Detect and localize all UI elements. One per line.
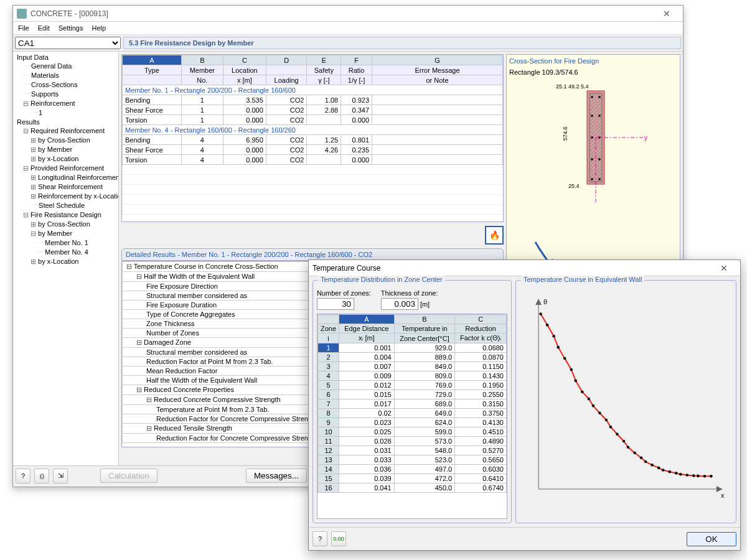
col-E[interactable]: E (307, 55, 341, 65)
table-row[interactable]: Bending46.950CO21.250.801 (123, 135, 503, 145)
tree-results[interactable]: Results (14, 118, 117, 126)
tree-prov-long[interactable]: Longitudinal Reinforcement (14, 173, 117, 182)
svg-point-36 (609, 426, 613, 429)
tree-required[interactable]: Required Reinforcement (14, 126, 117, 136)
export-button[interactable]: ⎙ (34, 469, 49, 483)
svg-point-26 (552, 335, 555, 338)
zone-row[interactable]: 110.028573.00.4890 (318, 437, 507, 446)
tree-general-data[interactable]: General Data (14, 62, 117, 71)
menu-file[interactable]: File (18, 24, 29, 32)
svg-text:25.4: 25.4 (568, 183, 580, 189)
zone-row[interactable]: 130.033523.00.5650 (318, 455, 507, 465)
svg-text:y: y (644, 134, 647, 141)
tree-materials[interactable]: Materials (14, 71, 117, 80)
app-icon (17, 9, 27, 19)
tree-fire-x[interactable]: by x-Location (14, 257, 117, 266)
svg-point-4 (598, 96, 601, 98)
section-select[interactable]: CA1 (15, 37, 121, 49)
tree-fire-mem1[interactable]: Member No. 1 (14, 238, 117, 248)
dialog-help-button[interactable]: ? (312, 531, 327, 546)
menu-edit[interactable]: Edit (38, 24, 50, 32)
help-icon: ? (318, 535, 322, 543)
zones-table[interactable]: A B C ZoneEdge DistanceTemperature inRed… (317, 314, 507, 493)
fire-diagram-button[interactable]: 🔥 (485, 226, 504, 245)
cs-subtitle: Rectangle 109.3/574.6 (509, 68, 677, 76)
col-G[interactable]: G (372, 55, 503, 65)
svg-point-44 (657, 467, 660, 470)
table-row[interactable]: Bending13.535CO21.080.923 (123, 95, 503, 105)
import-button[interactable]: ⇲ (53, 469, 68, 483)
tree-input-data[interactable]: Input Data (14, 53, 117, 62)
tree-steel-sched[interactable]: Steel Schedule (14, 201, 117, 210)
dialog-close-icon[interactable]: ✕ (712, 263, 736, 273)
results-table[interactable]: A B C D E F G TypeMemberLocationSafetyRa… (122, 55, 503, 215)
svg-point-24 (539, 312, 542, 315)
help-button[interactable]: ? (16, 469, 31, 483)
zone-row[interactable]: 160.041450.00.6740 (318, 483, 507, 493)
zone-row[interactable]: 70.017689.00.3150 (318, 399, 507, 409)
table-row[interactable]: Shear Force40.000CO24.260.235 (123, 145, 503, 155)
zone-thick-input[interactable] (381, 298, 418, 310)
zone-row[interactable]: 60.015729.00.2550 (318, 390, 507, 399)
tree-reinforcement[interactable]: Reinforcement (14, 99, 117, 108)
messages-button[interactable]: Messages... (246, 469, 307, 483)
zone-row[interactable]: 40.009809.00.1430 (318, 371, 507, 381)
col-B[interactable]: B (181, 55, 223, 65)
tree-fire-mem[interactable]: by Member (14, 229, 117, 238)
num-zones-input[interactable] (317, 298, 354, 310)
col-F[interactable]: F (341, 55, 372, 65)
svg-point-50 (692, 474, 695, 477)
svg-point-32 (588, 398, 591, 401)
zone-row[interactable]: 120.031548.00.5270 (318, 446, 507, 455)
svg-text:x: x (721, 492, 725, 499)
tree-req-cs[interactable]: by Cross-Section (14, 136, 117, 145)
col-D[interactable]: D (266, 55, 307, 65)
svg-point-7 (591, 136, 593, 139)
export-icon: ⎙ (40, 472, 44, 480)
svg-point-39 (627, 446, 630, 449)
tree-reinf-1[interactable]: 1 (14, 108, 117, 118)
tree-req-x[interactable]: by x-Location (14, 154, 117, 164)
tree-supports[interactable]: Supports (14, 90, 117, 99)
menu-settings[interactable]: Settings (59, 24, 83, 32)
zone-row[interactable]: 140.036497.00.6030 (318, 465, 507, 474)
svg-point-42 (644, 460, 647, 464)
tree-fire-mem4[interactable]: Member No. 4 (14, 248, 117, 257)
help-icon: ? (21, 472, 25, 480)
table-row[interactable]: Torsion40.000CO20.000 (123, 155, 503, 165)
tree-fire[interactable]: Fire Resistance Design (14, 210, 117, 220)
left-group-title: Temperature Distribution in Zone Center (318, 276, 445, 283)
menu-help[interactable]: Help (92, 24, 106, 32)
zone-row[interactable]: 100.025599.00.4510 (318, 427, 507, 437)
svg-point-35 (605, 419, 608, 422)
tree-fire-cs[interactable]: by Cross-Section (14, 220, 117, 229)
tree-cross-sections[interactable]: Cross-Sections (14, 80, 117, 90)
close-icon[interactable]: ✕ (654, 9, 679, 19)
svg-point-6 (598, 114, 601, 117)
col-C[interactable]: C (223, 55, 266, 65)
table-row[interactable]: Torsion10.000CO20.000 (123, 115, 503, 125)
svg-point-30 (574, 380, 577, 383)
zone-row[interactable]: 30.007849.00.1150 (318, 362, 507, 371)
zone-row[interactable]: 90.023624.00.4130 (318, 418, 507, 427)
zone-row[interactable]: 150.039472.00.6410 (318, 474, 507, 483)
svg-point-49 (685, 474, 688, 477)
zone-row[interactable]: 50.012769.00.1950 (318, 381, 507, 390)
ok-button[interactable]: OK (687, 532, 736, 546)
panel-title: 5.3 Fire Resistance Design by Member (123, 37, 681, 49)
zone-row[interactable]: 20.004889.00.0870 (318, 353, 507, 362)
calculation-button[interactable]: Calculation (100, 469, 157, 483)
dialog-precision-button[interactable]: 0.00 (331, 531, 346, 546)
tree-req-mem[interactable]: by Member (14, 145, 117, 154)
col-A[interactable]: A (123, 55, 182, 65)
zone-row[interactable]: 80.02649.00.3750 (318, 409, 507, 418)
tree-provided[interactable]: Provided Reinforcement (14, 164, 117, 173)
zone-row[interactable]: 10.001929.00.0680 (318, 343, 507, 353)
navigation-tree[interactable]: Input Data General Data Materials Cross-… (13, 52, 119, 465)
table-row[interactable]: Shear Force10.000CO22.880.347 (123, 105, 503, 115)
tree-prov-shear[interactable]: Shear Reinforcement (14, 182, 117, 192)
svg-point-34 (598, 411, 601, 414)
cs-title: Cross-Section for Fire Design (509, 57, 677, 65)
tree-prov-x[interactable]: Reinforcement by x-Location (14, 192, 117, 201)
zone-distribution-group: Temperature Distribution in Zone Center … (312, 280, 512, 523)
